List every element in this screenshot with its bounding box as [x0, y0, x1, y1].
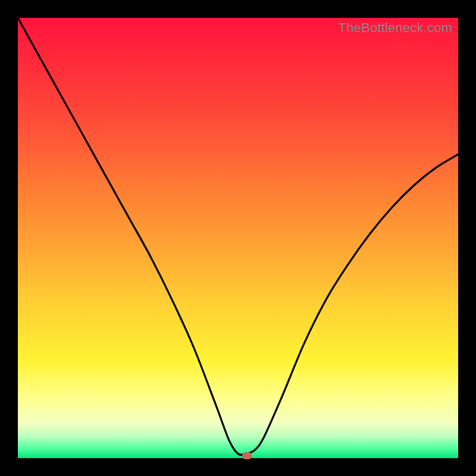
minimum-marker — [242, 452, 252, 459]
bottleneck-curve — [18, 18, 458, 458]
plot-area: TheBottleneck.com — [18, 18, 458, 458]
chart-frame: TheBottleneck.com — [0, 0, 476, 476]
